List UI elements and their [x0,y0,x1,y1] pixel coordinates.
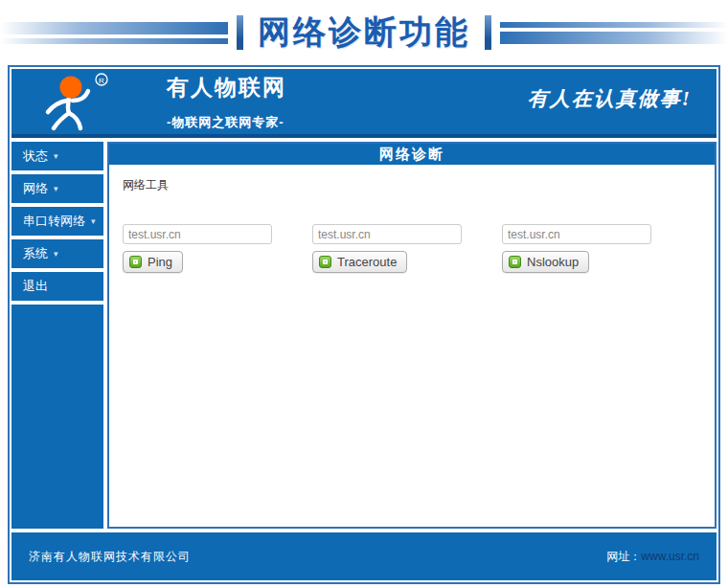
chevron-down-icon: ▾ [91,216,96,226]
run-icon [319,256,331,268]
app-frame: R 有人物联网 -物联网之联网专家- 有人在认真做事! 状态 ▾ [8,65,720,584]
sidebar-item-label: 系统 [23,245,48,262]
run-icon [129,256,142,268]
banner-right-bars [500,22,728,44]
sidebar-item-status[interactable]: 状态 ▾ [11,142,103,170]
sidebar-item-logout[interactable]: 退出 [11,272,103,301]
sidebar-item-label: 状态 [23,147,48,165]
nslookup-tool: Nslookup [502,224,651,273]
brand-block: 有人物联网 -物联网之联网专家- [167,73,286,131]
main-content: 网络工具 Ping Traceroute [109,165,715,527]
footer-website: 网址：www.usr.cn [606,549,699,565]
brand-name: 有人物联网 [167,73,286,102]
sidebar-item-network[interactable]: 网络 ▾ [11,174,103,203]
brand-tagline: -物联网之联网专家- [167,114,286,131]
button-label: Nslookup [527,255,579,269]
nslookup-button[interactable]: Nslookup [502,251,589,273]
banner-left-cap [237,15,243,50]
sidebar-nav: 状态 ▾ 网络 ▾ 串口转网络 ▾ 系统 ▾ 退出 [11,142,103,529]
svg-text:R: R [99,77,104,85]
usr-logo-icon: R [33,70,117,133]
website-label: 网址： [606,550,641,563]
banner-left-bars [0,22,228,44]
app-header: R 有人物联网 -物联网之联网专家- 有人在认真做事! [11,69,717,138]
sidebar-filler [11,305,103,529]
page-banner: 网络诊断功能 [0,8,728,57]
button-label: Ping [148,255,172,269]
app-footer: 济南有人物联网技术有限公司 网址：www.usr.cn [11,532,717,580]
sidebar-item-system[interactable]: 系统 ▾ [11,239,103,268]
website-link[interactable]: www.usr.cn [641,550,699,563]
button-label: Traceroute [337,255,397,269]
footer-company: 济南有人物联网技术有限公司 [29,549,191,565]
run-icon [509,256,521,268]
sidebar-item-label: 退出 [23,278,48,295]
tools-row: Ping Traceroute Ns [123,224,701,273]
traceroute-host-input[interactable] [312,224,462,244]
main-panel-title: 网络诊断 [109,144,715,165]
sidebar-item-label: 网络 [23,180,48,197]
ping-button[interactable]: Ping [123,251,183,273]
page-title: 网络诊断功能 [252,11,476,55]
body-row: 状态 ▾ 网络 ▾ 串口转网络 ▾ 系统 ▾ 退出 网络诊断 网络工 [11,142,717,529]
traceroute-button[interactable]: Traceroute [312,251,407,273]
sidebar-item-label: 串口转网络 [23,213,85,230]
brand-slogan: 有人在认真做事! [528,85,692,112]
banner-right-cap [485,15,491,50]
section-label: 网络工具 [123,177,701,193]
sidebar-item-serial-to-net[interactable]: 串口转网络 ▾ [11,207,103,236]
chevron-down-icon: ▾ [54,249,58,259]
traceroute-tool: Traceroute [312,224,462,273]
ping-tool: Ping [123,224,272,273]
nslookup-host-input[interactable] [502,224,651,244]
chevron-down-icon: ▾ [54,184,58,193]
chevron-down-icon: ▾ [54,151,58,161]
ping-host-input[interactable] [123,224,272,244]
main-panel: 网络诊断 网络工具 Ping Tra [107,142,717,529]
